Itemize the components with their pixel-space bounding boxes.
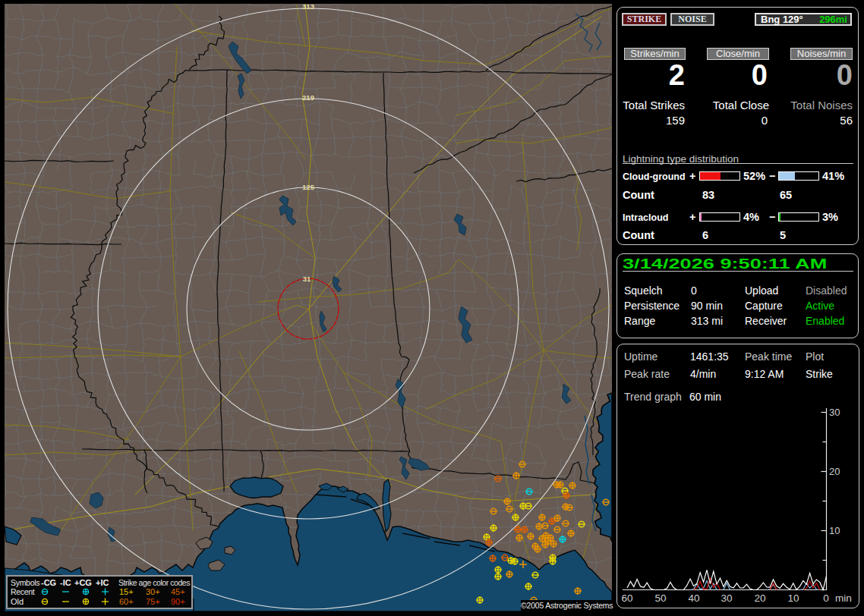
svg-text:60: 60 (621, 592, 632, 604)
svg-text:10: 10 (829, 525, 840, 536)
svg-text:0: 0 (823, 592, 829, 604)
svg-text:30: 30 (829, 407, 840, 418)
svg-text:50: 50 (654, 592, 666, 604)
svg-text:40: 40 (688, 592, 699, 604)
svg-text:20: 20 (754, 592, 765, 604)
svg-text:min: min (835, 592, 852, 604)
svg-text:20: 20 (829, 466, 840, 477)
svg-text:10: 10 (787, 592, 799, 604)
svg-text:30: 30 (721, 592, 732, 604)
